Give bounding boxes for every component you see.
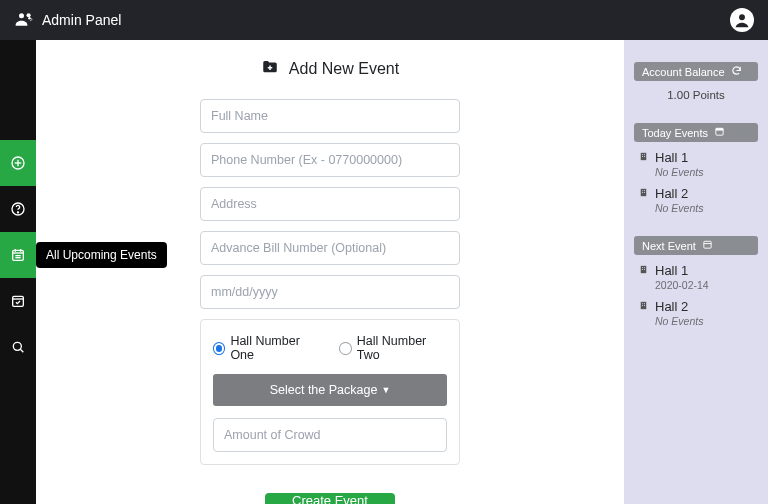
hall-sub: No Events	[638, 166, 758, 178]
sidebar-upcoming-events[interactable]: All Upcoming Events	[0, 232, 36, 278]
svg-rect-41	[641, 302, 647, 309]
today-events-label: Today Events	[642, 127, 708, 139]
hall-package-panel: Hall Number One Hall Number Two Select t…	[200, 319, 460, 465]
svg-rect-39	[642, 269, 643, 270]
svg-point-9	[17, 212, 18, 213]
account-balance-pill: Account Balance	[634, 62, 758, 81]
building-icon	[638, 150, 649, 165]
svg-rect-29	[641, 189, 647, 196]
select-package-label: Select the Package	[270, 383, 378, 397]
svg-point-0	[19, 13, 24, 18]
next-event-label: Next Event	[642, 240, 696, 252]
today-hall-item: Hall 1 No Events	[634, 150, 758, 178]
svg-rect-16	[13, 296, 24, 306]
today-hall-item: Hall 2 No Events	[634, 186, 758, 214]
svg-rect-25	[642, 154, 643, 155]
radio-checked-icon	[213, 342, 225, 355]
user-avatar[interactable]	[730, 8, 754, 32]
main-content: Add New Event Hall Number One	[36, 40, 624, 504]
svg-rect-36	[641, 266, 647, 273]
advance-bill-input[interactable]	[200, 231, 460, 265]
right-panel: Account Balance 1.00 Points Today Events	[624, 40, 768, 504]
folder-add-icon	[261, 58, 279, 79]
svg-point-18	[13, 342, 21, 350]
sidebar-help[interactable]	[0, 186, 36, 232]
app-title: Admin Panel	[42, 12, 121, 28]
calendar-icon	[702, 239, 713, 252]
svg-point-2	[28, 16, 30, 19]
hall-one-radio[interactable]: Hall Number One	[213, 334, 321, 362]
svg-rect-34	[704, 241, 711, 248]
sidebar: All Upcoming Events	[0, 40, 36, 504]
address-input[interactable]	[200, 187, 460, 221]
svg-rect-23	[716, 128, 723, 130]
sidebar-search[interactable]	[0, 324, 36, 370]
hall-name: Hall 1	[655, 150, 688, 165]
hall-sub: 2020-02-14	[638, 279, 758, 291]
hall-sub: No Events	[638, 315, 758, 327]
hall-name: Hall 2	[655, 299, 688, 314]
date-input[interactable]	[200, 275, 460, 309]
full-name-input[interactable]	[200, 99, 460, 133]
svg-rect-27	[642, 156, 643, 157]
hall-one-label: Hall Number One	[230, 334, 321, 362]
svg-rect-28	[644, 156, 645, 157]
hall-name: Hall 2	[655, 186, 688, 201]
svg-line-19	[20, 349, 23, 352]
svg-rect-37	[642, 267, 643, 268]
crowd-input[interactable]	[213, 418, 447, 452]
svg-rect-26	[644, 154, 645, 155]
admin-users-icon	[14, 9, 34, 32]
topbar: Admin Panel	[0, 0, 768, 40]
hall-sub: No Events	[638, 202, 758, 214]
svg-rect-43	[644, 303, 645, 304]
caret-down-icon: ▼	[381, 385, 390, 395]
svg-point-4	[739, 14, 745, 20]
svg-rect-30	[642, 190, 643, 191]
today-events-pill: Today Events	[634, 123, 758, 142]
building-icon	[638, 186, 649, 201]
radio-unchecked-icon	[339, 342, 351, 355]
balance-points: 1.00 Points	[634, 89, 758, 101]
svg-rect-31	[644, 190, 645, 191]
sync-icon	[731, 65, 742, 78]
svg-rect-40	[644, 269, 645, 270]
building-icon	[638, 263, 649, 278]
page-title: Add New Event	[289, 60, 399, 78]
create-event-button[interactable]: Create Event	[265, 493, 395, 504]
svg-rect-32	[642, 192, 643, 193]
sidebar-check-calendar[interactable]	[0, 278, 36, 324]
sidebar-tooltip: All Upcoming Events	[36, 242, 167, 268]
hall-two-radio[interactable]: Hall Number Two	[339, 334, 447, 362]
next-hall-item: Hall 2 No Events	[634, 299, 758, 327]
svg-rect-33	[644, 192, 645, 193]
calendar-day-icon	[714, 126, 725, 139]
phone-input[interactable]	[200, 143, 460, 177]
svg-rect-44	[642, 305, 643, 306]
select-package-button[interactable]: Select the Package ▼	[213, 374, 447, 406]
svg-rect-42	[642, 303, 643, 304]
svg-rect-45	[644, 305, 645, 306]
hall-two-label: Hall Number Two	[357, 334, 447, 362]
sidebar-add[interactable]	[0, 140, 36, 186]
account-balance-label: Account Balance	[642, 66, 725, 78]
event-form: Hall Number One Hall Number Two Select t…	[200, 99, 460, 465]
svg-rect-38	[644, 267, 645, 268]
svg-rect-24	[641, 153, 647, 160]
hall-name: Hall 1	[655, 263, 688, 278]
building-icon	[638, 299, 649, 314]
next-hall-item: Hall 1 2020-02-14	[634, 263, 758, 291]
svg-point-1	[27, 13, 31, 17]
next-event-pill: Next Event	[634, 236, 758, 255]
